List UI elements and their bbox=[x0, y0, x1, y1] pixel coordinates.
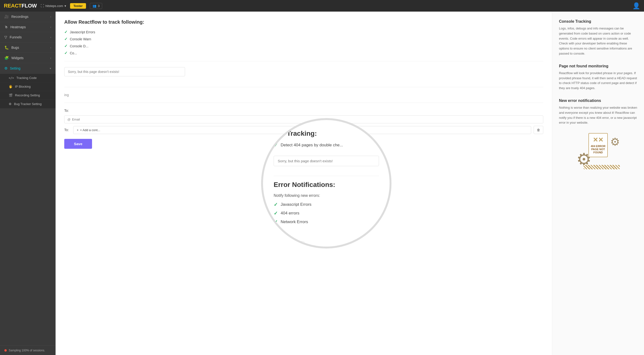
page-not-found-input[interactable] bbox=[64, 67, 185, 76]
page-not-found-desc: Reactflow will look for provided phrase … bbox=[559, 71, 637, 91]
mag-notify-item-2-label: 404 errors bbox=[281, 211, 299, 216]
mag-tracking-404-title: 404 Tracking: bbox=[274, 130, 379, 138]
heatmaps-icon: 🖱 bbox=[4, 25, 8, 29]
widgets-icon: 🧩 bbox=[4, 56, 9, 60]
site-selector[interactable]: ⛶ hitsteps.com ▾ bbox=[40, 4, 66, 8]
sidebar-item-recordings[interactable]: 🎥 Recordings ‹ bbox=[0, 12, 56, 22]
new-error-notifications-title: New error notifications bbox=[559, 98, 637, 103]
email-input[interactable] bbox=[72, 118, 540, 121]
sampling-indicator bbox=[4, 349, 7, 352]
setting-icon: ⚙ bbox=[4, 66, 8, 70]
chevron-right-icon-2: ‹ bbox=[50, 26, 51, 28]
mag-list-item-1: ✓ Detect 404 pages by double che... bbox=[274, 142, 379, 148]
sidebar-footer: Sampling 100% of sessions. bbox=[0, 346, 56, 355]
error-stripe bbox=[584, 165, 620, 169]
at-icon: @ bbox=[68, 118, 70, 121]
sidebar-item-funnels[interactable]: ▽ Funnels ‹ bbox=[0, 32, 56, 42]
top-navigation: REACTFLOW ⛶ hitsteps.com ▾ Tester 👥 3 👤 bbox=[0, 0, 644, 12]
chevron-down-icon: ▾ bbox=[50, 67, 51, 70]
chevron-right-icon-3: ‹ bbox=[50, 36, 51, 39]
divider-3 bbox=[64, 103, 543, 103]
main-content: Allow Reactflow to track following: ✓ Ja… bbox=[56, 12, 644, 355]
sidebar-funnels-label: Funnels bbox=[10, 35, 22, 39]
right-panel: Console Tracking Logs, infos, debugs and… bbox=[552, 12, 644, 355]
sidebar-item-setting-left: ⚙ Setting bbox=[4, 66, 20, 70]
mag-notify-item-1-label: Javascript Errors bbox=[281, 202, 312, 207]
user-avatar-icon[interactable]: 👤 bbox=[632, 2, 640, 10]
main-layout: 🎥 Recordings ‹ 🖱 Heatmaps ‹ ▽ Funnels ‹ … bbox=[0, 12, 644, 355]
partial-section-label: ing bbox=[64, 93, 543, 97]
track-items-list: ✓ Javascript Errors ✓ Console Warn ✓ Con… bbox=[64, 30, 543, 55]
team-count: 3 bbox=[98, 4, 100, 8]
sampling-text: Sampling 100% of sessions. bbox=[9, 349, 45, 352]
track-item-3: Console D... bbox=[70, 44, 88, 48]
logo-flow: FLOW bbox=[22, 3, 37, 9]
chevron-right-icon-5: ‹ bbox=[50, 56, 51, 60]
divider-1 bbox=[64, 61, 543, 61]
mag-check-icon-2: ✓ bbox=[274, 202, 278, 208]
mag-notify-item-1: ✓ Javascript Errors bbox=[274, 202, 379, 208]
list-item: ✓ Co... bbox=[64, 51, 543, 55]
chevron-right-icon-4: ‹ bbox=[50, 46, 51, 49]
track-item-4: Co... bbox=[70, 51, 77, 55]
sidebar-item-setting[interactable]: ⚙ Setting ▾ bbox=[0, 63, 56, 74]
mag-check-icon-3: ✓ bbox=[274, 210, 278, 216]
mag-notify-label: Notify following new errors: bbox=[274, 194, 379, 198]
sidebar-item-widgets-left: 🧩 Widgets bbox=[4, 56, 24, 60]
sidebar-item-heatmaps[interactable]: 🖱 Heatmaps ‹ bbox=[0, 22, 56, 32]
x-x-icon: ✕✕ bbox=[593, 136, 604, 144]
sidebar-item-recording-setting[interactable]: 🎬 Recording Setting bbox=[0, 91, 56, 100]
sidebar-setting-label: Setting bbox=[10, 66, 20, 70]
logo: REACTFLOW bbox=[4, 3, 37, 9]
console-tracking-section: Console Tracking Logs, infos, debugs and… bbox=[559, 19, 637, 56]
divider-2 bbox=[64, 87, 543, 87]
allow-track-heading: Allow Reactflow to track following: bbox=[64, 19, 543, 25]
mag-notify-item-3: ✓ Network Errors bbox=[274, 219, 379, 225]
dropdown-arrow-icon: ▾ bbox=[64, 4, 66, 8]
plus-icon: + bbox=[77, 128, 79, 132]
site-icon: ⛶ bbox=[40, 4, 44, 8]
console-tracking-title: Console Tracking bbox=[559, 19, 637, 24]
sidebar-item-bugs-left: 🐛 Bugs bbox=[4, 46, 19, 50]
error-404-illustration: ⚙ ✕✕ 404 ERRORPAGE NOTFOUND ⚙ bbox=[559, 133, 637, 169]
logo-react: REACT bbox=[4, 3, 22, 9]
new-error-notifications-desc: Nothing is worse than realizing your web… bbox=[559, 105, 637, 125]
save-button[interactable]: Save bbox=[64, 139, 92, 149]
check-icon-2: ✓ bbox=[64, 37, 68, 41]
sidebar-item-bugs[interactable]: 🐛 Bugs ‹ bbox=[0, 42, 56, 53]
sidebar-item-tracking-code[interactable]: </> Tracking Code bbox=[0, 74, 56, 82]
sidebar-sub-menu: </> Tracking Code 🖐 IP Blocking 🎬 Record… bbox=[0, 74, 56, 108]
page-not-found-title: Page not found monitoring bbox=[559, 64, 637, 68]
sidebar-widgets-label: Widgets bbox=[11, 56, 24, 60]
sidebar-bug-tracker-label: Bug Tracker Setting bbox=[14, 102, 42, 106]
mag-notify-item-2: ✓ 404 errors bbox=[274, 210, 379, 216]
sidebar-item-bug-tracker-setting[interactable]: ⚙ Bug Tracker Setting bbox=[0, 100, 56, 108]
sidebar-item-ip-blocking[interactable]: 🖐 IP Blocking bbox=[0, 82, 56, 91]
sidebar-heatmaps-label: Heatmaps bbox=[10, 25, 26, 29]
funnels-icon: ▽ bbox=[4, 35, 7, 39]
error-404-box: ⚙ ✕✕ 404 ERRORPAGE NOTFOUND ⚙ bbox=[576, 133, 620, 169]
chevron-right-icon: ‹ bbox=[50, 15, 51, 18]
team-button[interactable]: 👥 3 bbox=[90, 3, 102, 9]
tester-button[interactable]: Tester bbox=[70, 3, 86, 9]
mag-notify-list: ✓ Javascript Errors ✓ 404 errors ✓ Netwo… bbox=[274, 202, 379, 228]
page-not-found-monitoring-section: Page not found monitoring Reactflow will… bbox=[559, 64, 637, 91]
sidebar-item-recordings-left: 🎥 Recordings bbox=[4, 14, 28, 19]
mag-page-not-found-input[interactable] bbox=[274, 156, 379, 166]
err-404-text: 404 ERRORPAGE NOTFOUND bbox=[590, 145, 605, 154]
recording-setting-icon: 🎬 bbox=[9, 94, 12, 97]
to-label: To: bbox=[64, 109, 543, 112]
mag-detect-label: Detect 404 pages by double che... bbox=[281, 143, 343, 148]
new-error-notifications-section: New error notifications Nothing is worse… bbox=[559, 98, 637, 125]
list-item: ✓ Console D... bbox=[64, 44, 543, 48]
bugs-icon: 🐛 bbox=[4, 46, 9, 50]
mag-notify-item-3-label: Network Errors bbox=[281, 220, 308, 224]
sidebar-bugs-label: Bugs bbox=[11, 46, 19, 50]
mag-detect-list: ✓ Detect 404 pages by double che... bbox=[274, 142, 379, 151]
delete-button[interactable]: 🗑 bbox=[534, 126, 543, 134]
sidebar-item-widgets[interactable]: 🧩 Widgets ‹ bbox=[0, 53, 56, 63]
gear-small-icon: ⚙ bbox=[610, 136, 620, 148]
check-icon-1: ✓ bbox=[64, 30, 68, 34]
track-item-1: Javascript Errors bbox=[70, 30, 95, 34]
bug-tracker-icon: ⚙ bbox=[9, 102, 12, 106]
